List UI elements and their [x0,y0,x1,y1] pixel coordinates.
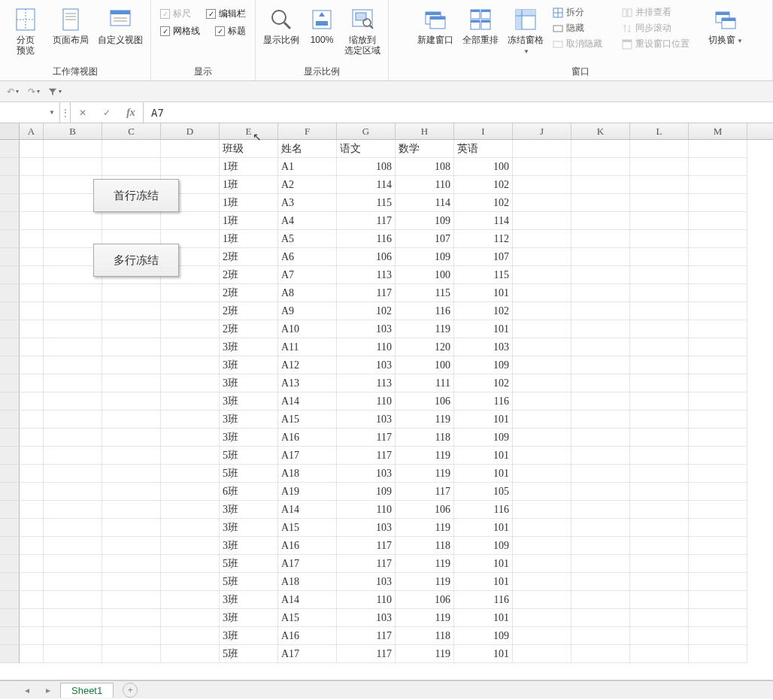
row-header[interactable] [0,338,20,356]
freeze-first-row-button[interactable]: 首行冻结 [93,179,179,212]
cell[interactable] [571,248,630,266]
cell[interactable] [44,609,102,627]
row-header[interactable] [0,645,20,663]
cell[interactable] [630,230,689,248]
cell[interactable] [571,176,630,194]
cell[interactable] [102,356,161,374]
cell[interactable] [571,411,630,429]
cell[interactable]: 117 [337,212,396,230]
cell[interactable] [513,537,571,555]
cell[interactable]: 101 [454,465,513,483]
cell[interactable] [161,555,220,573]
cell[interactable] [630,501,689,519]
column-header[interactable]: H [396,123,454,139]
cell[interactable] [689,176,747,194]
cell[interactable] [161,284,220,302]
cell[interactable] [571,555,630,573]
cell[interactable] [161,465,220,483]
cell[interactable]: A16 [278,537,337,555]
cell[interactable] [44,447,102,465]
cell[interactable]: 117 [337,645,396,663]
cell[interactable] [20,158,44,176]
cell[interactable] [20,483,44,501]
cell[interactable] [689,447,747,465]
cell[interactable] [571,320,630,338]
cell[interactable] [20,411,44,429]
row-header[interactable] [0,140,20,158]
column-header[interactable]: C [102,123,161,139]
cell[interactable]: 英语 [454,140,513,158]
cell[interactable]: 114 [454,212,513,230]
cell[interactable] [20,338,44,356]
cell[interactable] [102,447,161,465]
cell[interactable]: 2班 [220,284,278,302]
split-button[interactable]: 拆分 [553,6,613,19]
cell[interactable]: 108 [337,158,396,176]
cell[interactable] [689,627,747,645]
cell[interactable]: 108 [396,158,454,176]
cell[interactable] [20,609,44,627]
cell[interactable] [102,537,161,555]
cell[interactable] [513,501,571,519]
cell[interactable] [689,645,747,663]
cell[interactable]: 101 [454,411,513,429]
cell[interactable]: 103 [454,338,513,356]
column-header[interactable]: D [161,123,220,139]
cell[interactable]: 120 [396,338,454,356]
cell[interactable] [571,519,630,537]
cell[interactable] [161,302,220,320]
cell[interactable] [513,194,571,212]
cell[interactable]: 语文 [337,140,396,158]
cell[interactable]: A5 [278,230,337,248]
cell[interactable]: 2班 [220,302,278,320]
cell[interactable]: 103 [337,573,396,591]
cell[interactable] [689,555,747,573]
cell[interactable]: 2班 [220,320,278,338]
row-header[interactable] [0,212,20,230]
row-header[interactable] [0,501,20,519]
cell[interactable]: 110 [396,176,454,194]
row-header[interactable] [0,374,20,392]
cell[interactable] [571,230,630,248]
row-header[interactable] [0,465,20,483]
cell[interactable] [44,555,102,573]
cell[interactable] [44,519,102,537]
cell[interactable] [20,519,44,537]
cell[interactable] [102,158,161,176]
cell[interactable] [20,645,44,663]
cell[interactable] [513,573,571,591]
cell[interactable]: 119 [396,609,454,627]
cell[interactable] [20,266,44,284]
cell[interactable] [630,194,689,212]
cell[interactable]: 101 [454,447,513,465]
cell[interactable]: A2 [278,176,337,194]
cell[interactable]: 5班 [220,555,278,573]
cell[interactable] [630,374,689,392]
cell[interactable] [102,411,161,429]
cell[interactable] [571,591,630,609]
cell[interactable] [571,609,630,627]
cell[interactable] [161,447,220,465]
cell[interactable] [513,627,571,645]
cell[interactable] [161,429,220,447]
cell[interactable]: 106 [337,248,396,266]
column-header[interactable]: L [630,123,689,139]
cell[interactable] [161,591,220,609]
cell[interactable]: 117 [337,627,396,645]
cell[interactable] [630,338,689,356]
cell[interactable] [630,266,689,284]
cell[interactable]: 117 [396,483,454,501]
cell[interactable] [20,230,44,248]
column-header[interactable]: K [571,123,630,139]
cell[interactable] [689,320,747,338]
cell[interactable] [102,140,161,158]
cell[interactable]: 101 [454,320,513,338]
cell[interactable]: 116 [454,392,513,411]
cell[interactable] [630,591,689,609]
cell[interactable] [44,411,102,429]
cell[interactable]: 116 [396,302,454,320]
cell[interactable]: 116 [454,501,513,519]
cell[interactable] [102,374,161,392]
cell[interactable] [44,591,102,609]
cell[interactable]: A17 [278,555,337,573]
